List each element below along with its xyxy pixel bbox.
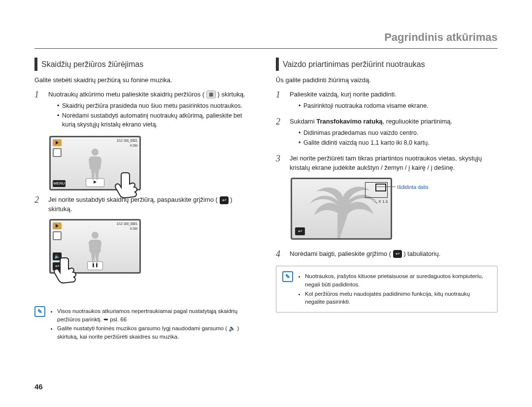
back-icon: ↩ bbox=[393, 250, 402, 258]
r-step4-a: Norėdami baigti, palieskite grįžimo ( bbox=[290, 250, 391, 257]
step-text: Sukdami Transfokavimo ratuką, reguliuoki… bbox=[290, 117, 498, 149]
svg-rect-0 bbox=[337, 214, 340, 240]
bullet: Norėdami sustabdyti automatinį nuotraukų… bbox=[57, 111, 256, 129]
right-step-1: 1 Palieskite vaizdą, kurį norite padidin… bbox=[276, 90, 498, 112]
bullet: Skaidrių peržiūra prasideda nuo šiuo met… bbox=[57, 101, 256, 110]
pointing-hand-icon bbox=[107, 169, 152, 211]
note-item: Nuotraukos, įrašytos kituose prietaisuos… bbox=[305, 272, 491, 288]
step-number: 2 bbox=[276, 117, 283, 127]
section-title: Pagrindinis atkūrimas bbox=[34, 30, 498, 49]
note-item: Visos nuotraukos atkuriamos nepertraukia… bbox=[57, 307, 256, 323]
left-step-1: 1 Nuotraukų atkūrimo metu palieskite ska… bbox=[34, 90, 256, 131]
left-intro: Galite stebėti skaidrių peržiūrą su foni… bbox=[34, 76, 256, 85]
note-item: Kol peržiūros metu naudojatės padidinimo… bbox=[305, 290, 491, 306]
step-text: Norėdami baigti, palieskite grįžimo ( ↩ … bbox=[290, 250, 498, 259]
step-text: Jei norite sustabdyti skaidrių peržiūrą,… bbox=[48, 195, 256, 214]
note-badge-icon: ✎ bbox=[34, 306, 45, 317]
step1-text-b: ) skirtuką. bbox=[217, 91, 245, 98]
left-heading: Skaidžių peržiūros žiūrėjimas bbox=[34, 58, 256, 71]
mode-text: 4:3M bbox=[130, 143, 137, 148]
pointing-hand-icon bbox=[46, 254, 91, 296]
counter-text: 1/12 100_0001 bbox=[116, 221, 137, 226]
step-number: 4 bbox=[276, 250, 283, 259]
mode-text: 4:3M bbox=[130, 226, 137, 231]
note-item: Galite nustatyti foninės muzikos garsumo… bbox=[57, 324, 256, 341]
menu-button[interactable]: MENU bbox=[53, 180, 66, 187]
r-step2-bold: Transfokavimo ratuką bbox=[316, 118, 382, 125]
back-button[interactable]: ↩ bbox=[295, 227, 305, 235]
right-step-3: 3 Jei norite peržiūrėti tam tikras priar… bbox=[276, 154, 498, 173]
zoom-overview-frame bbox=[365, 182, 388, 198]
zoom-level-label: 🔍 X 1.3 bbox=[372, 199, 388, 205]
step-number: 1 bbox=[34, 90, 41, 100]
step-number: 3 bbox=[276, 154, 283, 164]
right-step-4: 4 Norėdami baigti, palieskite grįžimo ( … bbox=[276, 250, 498, 259]
play-icon bbox=[53, 139, 62, 146]
lcd-illustration-1: 1/12 100_0001 4:3M MENU ▶ bbox=[49, 136, 148, 190]
r-step2-b: , reguliuokite priartinimą. bbox=[383, 118, 453, 125]
step-text: Jei norite peržiūrėti tam tikras priarti… bbox=[290, 154, 498, 173]
right-intro: Ūs galite padidinti žiūrimą vaizdą. bbox=[276, 76, 498, 85]
page-number: 46 bbox=[34, 381, 43, 392]
right-column: Vaizdo priartinimas peržiūrint nuotrauka… bbox=[276, 58, 498, 342]
note-badge-icon: ✎ bbox=[282, 271, 293, 282]
counter-text: 1/12 100_0001 bbox=[116, 138, 137, 143]
r-step1-text: Palieskite vaizdą, kurį norite padidinti… bbox=[290, 91, 397, 98]
slideshow-icon: ▦ bbox=[206, 91, 216, 98]
grid-icon bbox=[53, 231, 62, 240]
zoom-viewport-indicator bbox=[375, 184, 386, 191]
right-note-box: ✎ Nuotraukos, įrašytos kituose prietaisu… bbox=[276, 266, 498, 313]
step1-text-a: Nuotraukų atkūrimo metu palieskite skaid… bbox=[48, 91, 204, 98]
play-icon bbox=[53, 222, 62, 229]
bullet: Pasirinktoji nuotrauka rodoma visame ekr… bbox=[299, 101, 498, 110]
step-text: Nuotraukų atkūrimo metu palieskite skaid… bbox=[48, 90, 256, 131]
r-step2-a: Sukdami bbox=[290, 118, 316, 125]
back-icon: ↩ bbox=[220, 196, 229, 204]
left-note-box: ✎ Visos nuotraukos atkuriamos nepertrauk… bbox=[34, 306, 256, 342]
step-text: Palieskite vaizdą, kurį norite padidinti… bbox=[290, 90, 498, 112]
lcd-illustration-2: 1/12 100_0001 4:3M 🔈 ↩ ❚❚ bbox=[49, 219, 148, 274]
step-number: 1 bbox=[276, 90, 283, 100]
grid-icon bbox=[53, 148, 62, 157]
step-number: 2 bbox=[34, 195, 41, 205]
bullet: Didinimas pradedamas nuo vaizdo centro. bbox=[299, 128, 498, 137]
silhouette-icon bbox=[80, 146, 110, 186]
bullet: Galite didinti vaizdą nuo 1,1 karto iki … bbox=[299, 138, 498, 147]
callout-label: Išdidinta dalis bbox=[397, 184, 429, 191]
right-heading: Vaizdo priartinimas peržiūrint nuotrauka… bbox=[276, 58, 498, 71]
right-step-2: 2 Sukdami Transfokavimo ratuką, reguliuo… bbox=[276, 117, 498, 149]
r-step4-b: ) tabuliatorių. bbox=[403, 250, 440, 257]
zoom-illustration: 🔍 X 1.3 ↩ Išdidinta dalis bbox=[291, 178, 433, 240]
left-column: Skaidžių peržiūros žiūrėjimas Galite ste… bbox=[34, 58, 256, 342]
callout-line bbox=[377, 187, 396, 187]
